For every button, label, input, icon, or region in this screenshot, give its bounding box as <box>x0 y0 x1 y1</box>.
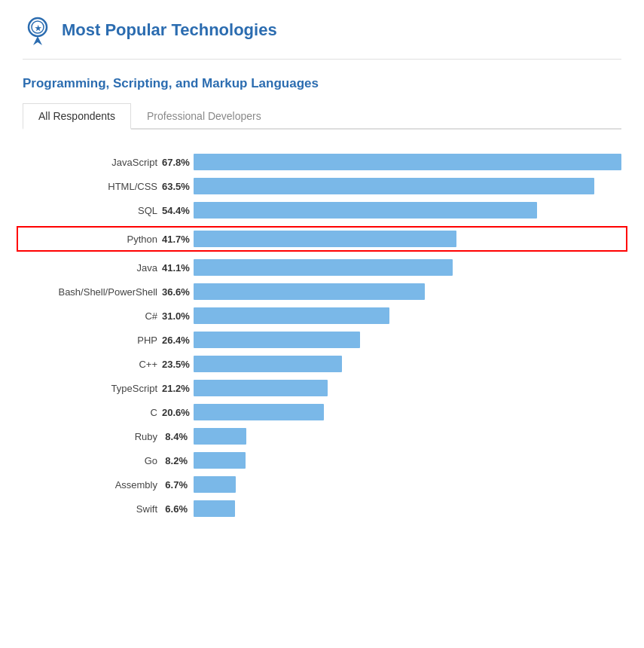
chart-row: Swift6.6% <box>23 500 621 517</box>
bar-track <box>194 283 621 300</box>
row-label: C <box>23 407 162 418</box>
chart-row: SQL54.4% <box>23 202 621 219</box>
tab-professional-developers[interactable]: Professional Developers <box>131 103 277 130</box>
page-header: ★ Most Popular Technologies <box>23 15 621 60</box>
bar-fill <box>194 154 621 170</box>
row-percent: 20.6% <box>162 407 194 418</box>
page-title: Most Popular Technologies <box>62 20 277 40</box>
bar-track <box>194 356 621 372</box>
chart-row: JavaScript67.8% <box>23 154 621 170</box>
row-percent: 8.4% <box>162 431 194 442</box>
row-label: JavaScript <box>23 157 162 168</box>
row-percent: 31.0% <box>162 310 194 322</box>
bar-fill <box>194 428 246 445</box>
row-percent: 41.1% <box>162 262 194 274</box>
bar-track <box>194 452 621 469</box>
row-label: SQL <box>23 205 162 216</box>
row-label: Go <box>23 455 162 466</box>
bar-fill <box>194 500 235 517</box>
bar-fill <box>194 452 246 469</box>
bar-track <box>194 500 621 517</box>
row-label: TypeScript <box>23 383 162 394</box>
row-percent: 8.2% <box>162 455 194 466</box>
row-percent: 63.5% <box>162 181 194 192</box>
bar-fill <box>194 283 425 300</box>
bar-track <box>194 202 621 219</box>
bar-track <box>194 259 621 276</box>
bar-track <box>194 231 621 247</box>
badge-icon: ★ <box>23 15 53 45</box>
bar-fill <box>194 231 456 247</box>
row-percent: 23.5% <box>162 359 194 370</box>
row-percent: 26.4% <box>162 335 194 346</box>
chart-row: Assembly6.7% <box>23 476 621 493</box>
bar-fill <box>194 202 537 219</box>
bar-fill <box>194 259 453 276</box>
chart-row: HTML/CSS63.5% <box>23 178 621 194</box>
bar-chart: JavaScript67.8%HTML/CSS63.5%SQL54.4%Pyth… <box>23 148 621 530</box>
row-percent: 54.4% <box>162 205 194 216</box>
bar-track <box>194 428 621 445</box>
chart-row: C#31.0% <box>23 307 621 324</box>
bar-fill <box>194 307 389 324</box>
row-label: Python <box>23 234 162 245</box>
row-label: Assembly <box>23 479 162 491</box>
bar-track <box>194 154 621 170</box>
tab-all-respondents[interactable]: All Respondents <box>23 103 131 130</box>
svg-text:★: ★ <box>35 24 42 32</box>
svg-marker-2 <box>33 36 42 45</box>
row-label: Bash/Shell/PowerShell <box>23 286 162 298</box>
section-title: Programming, Scripting, and Markup Langu… <box>23 76 621 91</box>
bar-fill <box>194 356 342 372</box>
bar-fill <box>194 178 594 194</box>
bar-track <box>194 332 621 348</box>
row-percent: 67.8% <box>162 157 194 168</box>
row-label: PHP <box>23 335 162 346</box>
row-label: Java <box>23 262 162 274</box>
chart-row: Bash/Shell/PowerShell36.6% <box>23 283 621 300</box>
row-label: Swift <box>23 503 162 515</box>
row-percent: 41.7% <box>162 234 194 245</box>
chart-row: Go8.2% <box>23 452 621 469</box>
row-percent: 36.6% <box>162 286 194 298</box>
bar-fill <box>194 332 360 348</box>
bar-track <box>194 380 621 396</box>
row-label: Ruby <box>23 431 162 442</box>
row-percent: 6.6% <box>162 503 194 515</box>
chart-row: PHP26.4% <box>23 332 621 348</box>
chart-row: Ruby8.4% <box>23 428 621 445</box>
row-percent: 6.7% <box>162 479 194 491</box>
chart-row: Java41.1% <box>23 259 621 276</box>
bar-track <box>194 476 621 493</box>
bar-track <box>194 404 621 420</box>
row-label: C# <box>23 310 162 322</box>
row-percent: 21.2% <box>162 383 194 394</box>
chart-row: C++23.5% <box>23 356 621 372</box>
chart-row: TypeScript21.2% <box>23 380 621 396</box>
tab-bar: All Respondents Professional Developers <box>23 103 621 130</box>
chart-row: Python41.7% <box>17 226 627 252</box>
bar-fill <box>194 404 324 420</box>
bar-fill <box>194 476 236 493</box>
row-label: C++ <box>23 359 162 370</box>
bar-track <box>194 178 621 194</box>
bar-track <box>194 307 621 324</box>
chart-row: C20.6% <box>23 404 621 420</box>
row-label: HTML/CSS <box>23 181 162 192</box>
bar-fill <box>194 380 328 396</box>
